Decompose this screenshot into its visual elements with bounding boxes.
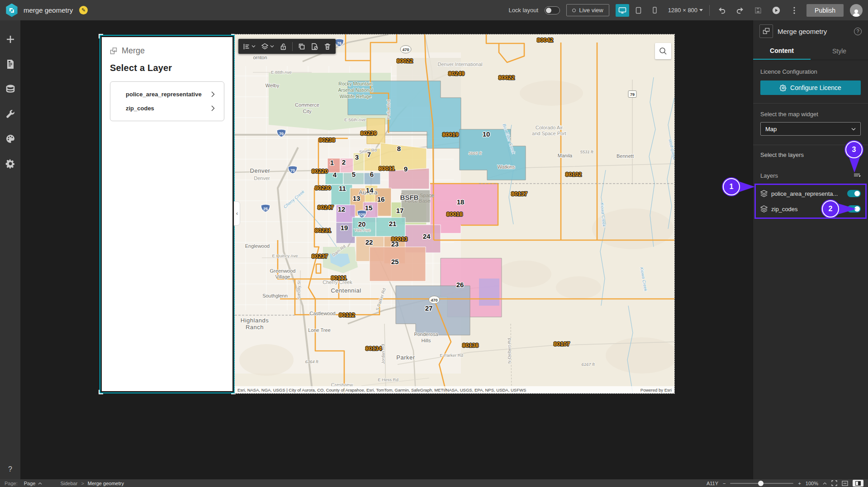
merge-layer-item[interactable]: zip_codes — [116, 102, 218, 114]
arrange-layers-button[interactable] — [261, 43, 274, 50]
map-place-label: Wildlife Refuge — [340, 94, 372, 99]
device-phone-button[interactable] — [648, 4, 662, 17]
police-area-number: 4 — [333, 171, 337, 179]
map-place-label: and Space Port — [532, 131, 566, 136]
configure-licence-button[interactable]: Configure Licence — [760, 80, 861, 95]
toggle-panel-button[interactable] — [853, 480, 863, 487]
layers-options-icon[interactable] — [854, 172, 861, 179]
page-icon[interactable] — [4, 58, 17, 71]
user-avatar[interactable] — [850, 4, 863, 17]
zoom-in-button[interactable]: + — [798, 481, 801, 486]
unlock-button[interactable] — [280, 43, 287, 50]
map-place-label: City — [303, 109, 312, 114]
help-icon[interactable]: ? — [0, 465, 20, 473]
map-place-label: E Parker Rd — [440, 353, 463, 358]
police-area-number: 15 — [365, 204, 373, 212]
map-place-label: Denver — [254, 175, 270, 181]
device-desktop-button[interactable] — [616, 4, 629, 17]
delete-trash-button[interactable] — [324, 43, 331, 50]
zoom-slider-knob[interactable] — [758, 481, 764, 486]
chevron-down-icon — [251, 45, 256, 48]
breadcrumb-sidebar[interactable]: Sidebar — [60, 481, 77, 486]
zip-code-label: 80112 — [339, 312, 355, 318]
zip-code-label: 80013 — [391, 236, 408, 242]
preview-play-button[interactable] — [770, 5, 782, 16]
map-place-label: Hills — [422, 338, 431, 343]
duplicate-button[interactable] — [298, 43, 305, 50]
align-button[interactable] — [243, 43, 256, 50]
police-area-number: 22 — [365, 238, 373, 246]
pending-remove-button[interactable] — [311, 43, 318, 50]
tools-wrench-icon[interactable] — [4, 108, 17, 120]
resolution-dropdown[interactable]: 1280 × 800 — [668, 7, 703, 14]
zoom-percent[interactable]: 100% — [806, 481, 818, 486]
chevron-down-icon — [699, 9, 703, 11]
select-map-widget-label: Select the map widget — [760, 111, 861, 118]
data-icon[interactable] — [4, 83, 17, 95]
sidebar-collapse-handle[interactable]: ‹ — [234, 201, 240, 226]
map-widget[interactable]: orntonE 88th AveWelbyCommerceCityRocky M… — [235, 34, 674, 393]
map-widget-select[interactable]: Map — [760, 122, 861, 136]
zip-code-label: 80022 — [498, 74, 515, 81]
live-view-button[interactable]: Live view — [566, 4, 609, 16]
zoom-out-button[interactable]: − — [723, 481, 726, 486]
map-place-label: N-Delbert-Rd — [507, 338, 512, 364]
save-button[interactable] — [752, 5, 764, 16]
district-region — [479, 279, 499, 306]
panel-help-icon[interactable]: ? — [854, 28, 862, 35]
annotation-arrow-1 — [739, 181, 755, 192]
settings-gear-icon[interactable] — [4, 157, 17, 170]
merge-widget[interactable]: Merge Select a Layer police_area_represe… — [102, 37, 232, 391]
police-area-number: 16 — [377, 195, 385, 203]
chevron-right-icon — [211, 105, 215, 111]
powered-by-esri: Powered by Esri — [640, 388, 672, 392]
edit-pencil-icon[interactable]: ✎ — [79, 6, 88, 14]
layer-visibility-toggle[interactable] — [847, 190, 861, 197]
merge-widget-title-row: Merge — [110, 46, 224, 56]
layer-name: police_area_representa... — [771, 190, 844, 197]
svg-text:79: 79 — [630, 92, 635, 97]
annotation-circle-1: 1 — [723, 178, 740, 195]
more-options-button[interactable] — [788, 5, 800, 16]
annotation-arrow-2 — [838, 203, 856, 214]
map-place-label: Manila — [558, 153, 573, 158]
toolbar-divider — [292, 42, 293, 51]
panel-split-icon — [855, 481, 861, 486]
map-place-label: E 88th Ave — [271, 70, 292, 75]
zoom-slider[interactable] — [730, 483, 793, 484]
police-area-number: 6 — [370, 170, 374, 178]
insert-widget-icon[interactable] — [4, 33, 17, 46]
police-area-number: 20 — [358, 220, 366, 228]
map-place-label: Village — [275, 274, 290, 279]
publish-button[interactable]: Publish — [806, 4, 844, 17]
zip-code-label: 80249 — [448, 70, 465, 77]
merge-layer-item[interactable]: police_area_representative — [116, 88, 218, 100]
widget-context-toolbar — [238, 39, 336, 54]
police-area-number: 1 — [330, 159, 334, 166]
fit-width-icon[interactable] — [842, 481, 848, 486]
zip-code-label: 80138 — [462, 342, 479, 349]
map-place-label: Peña Blvd — [386, 99, 391, 119]
a11y-button[interactable]: A11Y — [707, 481, 718, 486]
theme-palette-icon[interactable] — [4, 132, 17, 145]
design-canvas[interactable]: Merge Select a Layer police_area_represe… — [20, 20, 753, 479]
terrain-relief — [556, 276, 601, 299]
map-place-label: 5665 ft — [468, 151, 481, 156]
annotation-circle-3: 3 — [845, 141, 863, 158]
undo-button[interactable] — [716, 5, 728, 16]
tab-style[interactable]: Style — [811, 42, 868, 60]
redo-button[interactable] — [734, 5, 746, 16]
device-tablet-button[interactable] — [632, 4, 645, 17]
fit-to-screen-icon[interactable] — [831, 480, 837, 486]
annotation-box-layers: police_area_representa...zip_codes 1 2 — [754, 184, 867, 219]
police-area-number: BSFB — [400, 194, 419, 201]
police-area-number: 3 — [355, 153, 359, 161]
panel-layer-row[interactable]: police_area_representa... — [756, 186, 865, 201]
zip-code-label: 80247 — [318, 204, 334, 211]
page-selector[interactable]: Page — [24, 481, 36, 486]
map-search-button[interactable] — [655, 43, 671, 59]
tab-content[interactable]: Content — [753, 42, 811, 60]
lock-layout-toggle[interactable] — [545, 6, 560, 14]
merge-icon — [110, 47, 118, 55]
zip-code-label: 80238 — [319, 137, 335, 143]
